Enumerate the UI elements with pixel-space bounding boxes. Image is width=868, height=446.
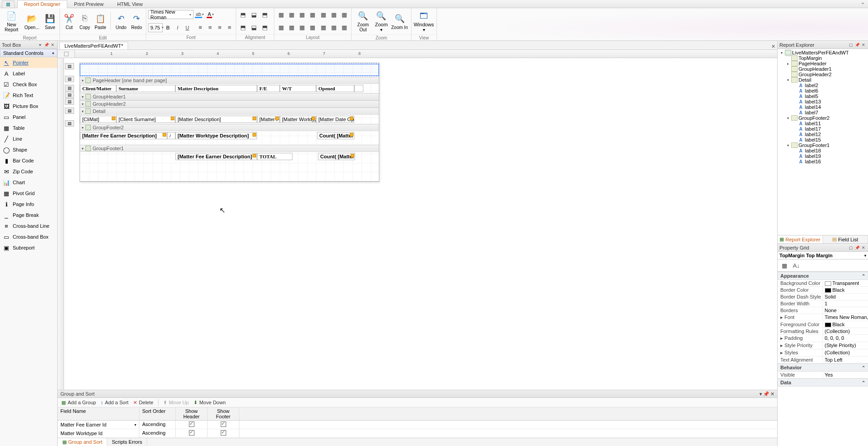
footer-cell[interactable]: Count( [Matter — [317, 132, 354, 139]
band-header-gf1[interactable]: ▾GroupFooter1 — [80, 145, 379, 152]
tool-check-box[interactable]: ☑Check Box — [0, 79, 57, 90]
align-right-button[interactable]: ≡ — [215, 23, 224, 33]
tree-node[interactable]: label6 — [791, 88, 867, 93]
tree-node[interactable]: label12 — [791, 132, 867, 137]
document-tab-close-icon[interactable]: ✕ — [769, 44, 777, 49]
valign-bottom-button[interactable]: ⬒ — [260, 23, 270, 33]
tree-node[interactable]: ▸PageHeader — [785, 61, 867, 66]
pg-cat-data[interactable]: Data⌃ — [778, 378, 868, 387]
horizontal-ruler[interactable]: 12345678 — [75, 50, 777, 58]
tree-node[interactable]: ▾GroupFooter2 — [785, 115, 867, 121]
app-menu-button[interactable] — [2, 0, 15, 8]
tree-node[interactable]: ▾GroupFooter1 — [785, 142, 867, 148]
add-group-button[interactable]: ▦Add a Group — [61, 400, 96, 406]
pg-prop-value[interactable]: Black — [823, 287, 868, 293]
windows-button[interactable]: 🗔Windows ▾ — [413, 9, 434, 34]
pg-prop-value[interactable]: 0, 0, 0, 0 — [823, 335, 868, 342]
pg-alphabetical-button[interactable]: A↓ — [791, 260, 801, 270]
layout-btn-13[interactable]: ▦ — [329, 23, 338, 33]
highlight-color-button[interactable]: ab▾ — [194, 10, 204, 20]
show-footer-checkbox[interactable] — [221, 421, 226, 427]
open-button[interactable]: 📂Open... — [22, 9, 42, 34]
layout-btn-8[interactable]: ▦ — [276, 23, 286, 33]
tree-node[interactable]: label2 — [791, 83, 867, 88]
pg-prop-value[interactable]: Solid — [823, 294, 868, 300]
move-down-button[interactable]: ⬇Move Down — [193, 400, 226, 406]
align-left-button[interactable]: ≡ — [196, 23, 204, 33]
pg-prop-value[interactable]: 1 — [823, 300, 868, 307]
tool-shape[interactable]: ◯Shape — [0, 144, 57, 155]
band-handle[interactable]: ▤ — [65, 63, 74, 69]
layout-btn-7[interactable]: ▦ — [340, 10, 349, 20]
band-header-gh1[interactable]: ▾GroupHeader1 — [80, 93, 379, 100]
report-canvas[interactable]: ▾PageHeader [one band per page] Client/M… — [79, 63, 379, 182]
gs-col-footer[interactable]: Show Footer — [208, 407, 239, 420]
tool-rich-text[interactable]: 📝Rich Text — [0, 90, 57, 101]
band-header-gf2[interactable]: ▾GroupFooter2 — [80, 124, 379, 131]
footer-cell[interactable]: [Matter Fee Earner Description] — [80, 132, 167, 139]
italic-button[interactable]: I — [173, 23, 182, 33]
layout-btn-12[interactable]: ▦ — [318, 23, 328, 33]
layout-btn-5[interactable]: ▦ — [318, 10, 328, 20]
align-middle-button[interactable]: ⬓ — [249, 10, 259, 20]
toolbox-close-icon[interactable]: ✕ — [50, 42, 55, 48]
layout-btn-1[interactable]: ▦ — [276, 10, 286, 20]
band-handle[interactable]: ▤ — [65, 76, 74, 82]
re-pin-icon[interactable]: 📌 — [854, 42, 860, 48]
footer-cell[interactable]: Count( [Matter — [318, 153, 355, 160]
header-cell[interactable]: F/E — [257, 85, 280, 92]
footer-cell[interactable]: / — [167, 132, 175, 139]
new-report-button[interactable]: 📄New Report — [2, 9, 21, 34]
gs-menu-icon[interactable]: ▾ — [759, 391, 762, 397]
re-max-icon[interactable]: ▢ — [848, 42, 853, 48]
tool-chart[interactable]: 📊Chart — [0, 177, 57, 188]
footer-cell[interactable]: [Matter Fee Earner Description] — [175, 153, 257, 160]
detail-cell[interactable]: [Matter Date Op — [316, 116, 354, 123]
pg-pin-icon[interactable]: 📌 — [854, 245, 860, 250]
zoom-out-button[interactable]: 🔍Zoom Out — [353, 9, 373, 34]
tool-panel[interactable]: ▭Panel — [0, 112, 57, 123]
pg-prop-value[interactable]: None — [823, 307, 868, 314]
gs-close-icon[interactable]: ✕ — [770, 391, 774, 397]
footer-cell[interactable]: TOTAL — [257, 153, 293, 160]
tree-node[interactable]: label11 — [791, 121, 867, 126]
header-cell[interactable]: Client/Matter — [80, 85, 116, 92]
detail-cell[interactable]: [Matter Description] — [175, 116, 257, 123]
redo-button[interactable]: ↷Redo — [129, 9, 144, 34]
detail-cell[interactable]: [Matter Fe — [257, 116, 280, 123]
font-size-combo[interactable]: 9.75▾ — [148, 23, 163, 32]
tool-line[interactable]: ╱Line — [0, 133, 57, 144]
tree-node[interactable]: label7 — [791, 110, 867, 115]
align-top-button[interactable]: ⬒ — [238, 10, 248, 20]
tab-print-preview[interactable]: Print Preview — [67, 0, 110, 8]
tool-table[interactable]: ▦Table — [0, 123, 57, 133]
tool-picture-box[interactable]: 🖼Picture Box — [0, 101, 57, 112]
property-grid-selection[interactable]: TopMargin Top Margin▾ — [778, 252, 868, 260]
tree-node[interactable]: label17 — [791, 126, 867, 132]
tree-node[interactable]: GroupHeader2 — [785, 72, 867, 77]
undo-button[interactable]: ↶Undo — [114, 9, 128, 34]
underline-button[interactable]: U — [183, 23, 192, 33]
zoom-button[interactable]: 🔍Zoom ▾ — [374, 9, 389, 34]
pg-max-icon[interactable]: ▢ — [848, 245, 853, 250]
header-cell[interactable]: W/T — [280, 85, 316, 92]
show-header-checkbox[interactable] — [189, 430, 194, 436]
pg-prop-value[interactable]: Black — [823, 321, 868, 328]
tree-node[interactable]: ▾LiveMattersPerFEAndWT — [779, 50, 867, 55]
show-header-checkbox[interactable] — [189, 421, 194, 427]
layout-btn-11[interactable]: ▦ — [308, 23, 317, 33]
gs-row[interactable]: Matter Worktype IdAscending — [58, 429, 777, 438]
tool-pointer[interactable]: ↖Pointer — [0, 57, 57, 68]
toolbox-menu-icon[interactable]: ▾ — [37, 42, 43, 48]
show-footer-checkbox[interactable] — [221, 430, 226, 436]
gs-row[interactable]: Matter Fee Earner Id▾Ascending — [58, 421, 777, 429]
detail-cell[interactable]: [Client Surname] — [116, 116, 175, 123]
tree-node[interactable]: GroupHeader1 — [785, 66, 867, 72]
property-grid-body[interactable]: Appearance⌃ Background ColorTransparent … — [778, 272, 868, 446]
valign-middle-button[interactable]: ⬓ — [249, 23, 259, 33]
header-cell[interactable]: Matter Description — [175, 85, 257, 92]
layout-btn-6[interactable]: ▦ — [329, 10, 338, 20]
tool-pivot-grid[interactable]: ▦Pivot Grid — [0, 188, 57, 199]
pg-prop-value[interactable]: (Collection) — [823, 328, 868, 334]
pg-cat-behavior[interactable]: Behavior⌃ — [778, 363, 868, 372]
